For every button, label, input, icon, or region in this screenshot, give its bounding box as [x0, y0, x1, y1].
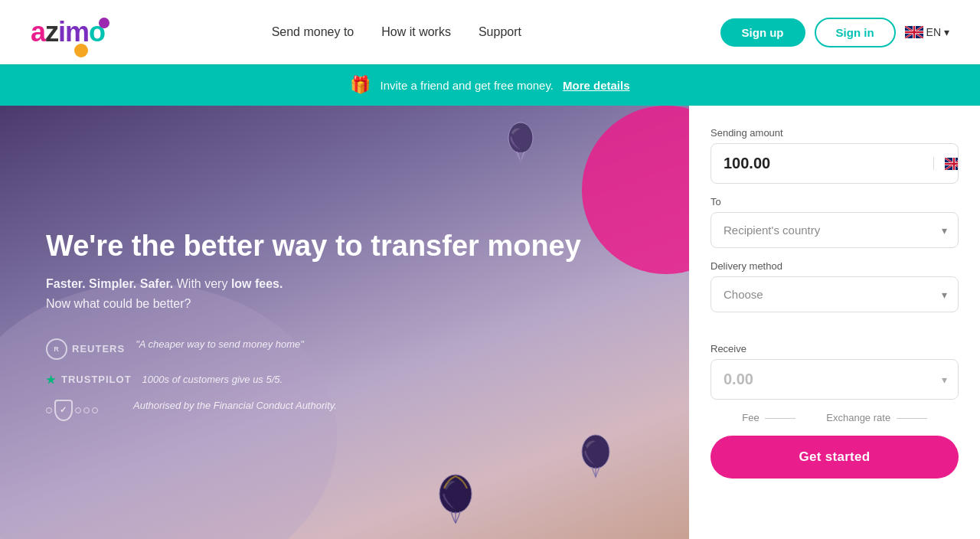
- sending-label: Sending amount: [710, 127, 959, 139]
- delivery-method-select[interactable]: Choose Bank transfer Cash pickup Mobile …: [711, 277, 958, 312]
- svg-point-5: [439, 475, 472, 513]
- fee-line: [765, 418, 795, 419]
- signup-button[interactable]: Sign up: [720, 18, 805, 47]
- trustpilot-quote: 1000s of customers give us 5/5.: [142, 374, 283, 385]
- trustpilot-icon: ★: [46, 374, 57, 386]
- currency-selector[interactable]: GBP ▾: [933, 157, 959, 170]
- hero-title: We're the better way to transfer money: [46, 228, 643, 265]
- delivery-label: Delivery method: [710, 260, 959, 272]
- nav-right: Sign up Sign in EN ▾: [720, 18, 949, 47]
- reuters-quote: "A cheaper way to send money home": [136, 338, 304, 350]
- main-content: We're the better way to transfer money F…: [0, 106, 980, 539]
- sending-amount-input[interactable]: [711, 144, 933, 183]
- sending-amount-field: Sending amount GBP ▾: [710, 127, 959, 184]
- fca-quote: Authorised by the Financial Conduct Auth…: [133, 400, 337, 411]
- nav-send-money[interactable]: Send money to: [272, 25, 354, 38]
- lang-chevron-icon: ▾: [944, 26, 949, 38]
- nav-links: Send money to How it works Support: [272, 25, 521, 39]
- recipient-country-select[interactable]: Recipient's country United States Poland…: [711, 213, 958, 247]
- promo-banner: 🎁 Invite a friend and get free money. Mo…: [0, 64, 980, 106]
- fee-row: Fee Exchange rate: [710, 412, 959, 423]
- exchange-rate-item: Exchange rate: [826, 412, 926, 423]
- to-label: To: [710, 196, 959, 207]
- promo-text: Invite a friend and get free money.: [380, 79, 554, 92]
- exchange-rate-line: [897, 418, 927, 419]
- spacer: [710, 325, 959, 331]
- hero-subtitle-2: Now what could be better?: [46, 297, 643, 311]
- language-selector[interactable]: EN ▾: [905, 26, 949, 38]
- receive-field: Receive ▾: [710, 343, 959, 400]
- trust-items: R REUTERS "A cheaper way to send money h…: [46, 338, 643, 421]
- recipient-country-field: To Recipient's country United States Pol…: [710, 196, 959, 248]
- lang-label: EN: [926, 26, 941, 38]
- logo[interactable]: azimo: [31, 13, 73, 51]
- hero-subtitle: Faster. Simpler. Safer. With very low fe…: [46, 277, 643, 291]
- nav-how-it-works[interactable]: How it works: [381, 25, 451, 38]
- balloon-bottom: [436, 473, 475, 528]
- form-panel: Sending amount GBP ▾ To: [689, 106, 980, 539]
- svg-point-1: [508, 122, 533, 153]
- fee-label: Fee: [742, 412, 759, 423]
- balloon-mid: [579, 433, 612, 482]
- get-started-button[interactable]: Get started: [710, 436, 959, 479]
- sending-input-group: GBP ▾: [710, 143, 959, 184]
- trust-item-trustpilot: ★ TRUSTPILOT 1000s of customers give us …: [46, 374, 643, 386]
- reuters-icon: R: [46, 338, 67, 360]
- signin-button[interactable]: Sign in: [815, 18, 896, 47]
- gift-icon: 🎁: [350, 75, 371, 95]
- trust-item-reuters: R REUTERS "A cheaper way to send money h…: [46, 338, 643, 360]
- fca-dots-icon: ✓: [46, 400, 98, 421]
- nav-support[interactable]: Support: [479, 25, 521, 38]
- exchange-rate-label: Exchange rate: [826, 412, 890, 423]
- promo-link[interactable]: More details: [563, 79, 630, 92]
- delivery-method-wrapper: Choose Bank transfer Cash pickup Mobile …: [710, 276, 959, 312]
- trustpilot-logo: ★ TRUSTPILOT: [46, 374, 132, 386]
- fca-logo: ✓: [46, 400, 122, 421]
- receive-label: Receive: [710, 343, 959, 354]
- receive-amount-input[interactable]: [711, 360, 942, 399]
- receive-chevron-icon: ▾: [942, 374, 958, 386]
- balloon-top: [505, 121, 536, 166]
- navbar: azimo Send money to How it works Support…: [0, 0, 980, 64]
- recipient-country-wrapper: Recipient's country United States Poland…: [710, 212, 959, 248]
- trust-item-fca: ✓ Authorised by the Financial Conduct Au…: [46, 400, 643, 421]
- reuters-logo: R REUTERS: [46, 338, 125, 360]
- hero-section: We're the better way to transfer money F…: [0, 106, 689, 539]
- delivery-method-field: Delivery method Choose Bank transfer Cas…: [710, 260, 959, 312]
- receive-input-group: ▾: [710, 359, 959, 400]
- fee-item: Fee: [742, 412, 795, 423]
